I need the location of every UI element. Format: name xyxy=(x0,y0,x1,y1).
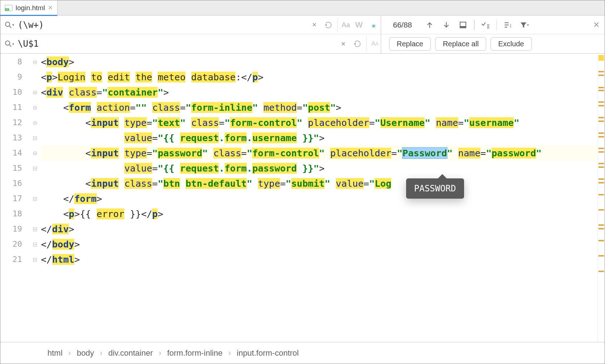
replace-input[interactable] xyxy=(18,39,332,49)
code-line[interactable]: <input class="btn btn-default" type="sub… xyxy=(41,176,597,191)
marker[interactable] xyxy=(598,87,604,88)
replace-all-button[interactable]: Replace all xyxy=(435,37,486,51)
exclude-button[interactable]: Exclude xyxy=(491,37,531,51)
marker[interactable] xyxy=(598,228,604,229)
prev-match-icon[interactable] xyxy=(424,19,435,31)
marker[interactable] xyxy=(598,271,604,272)
filter-icon[interactable]: ▾ xyxy=(518,19,530,31)
breadcrumb-item[interactable]: input.form-control xyxy=(237,348,299,358)
tab-bar: H login.html ✕ xyxy=(0,0,605,16)
fold-icon[interactable]: ⊖ xyxy=(29,54,41,69)
words-icon[interactable]: W xyxy=(352,18,366,32)
fold-icon[interactable]: ⊖ xyxy=(29,100,41,115)
line-number: 14 xyxy=(0,145,22,161)
code-line[interactable]: <body> xyxy=(41,54,597,69)
marker[interactable] xyxy=(598,132,604,134)
fold-icon[interactable]: ⊖ xyxy=(29,115,41,130)
marker[interactable] xyxy=(598,240,604,241)
svg-point-3 xyxy=(5,22,10,26)
svg-text:][: ][ xyxy=(487,23,490,29)
marker[interactable] xyxy=(598,117,604,118)
breadcrumb-item[interactable]: html xyxy=(47,348,63,358)
fold-icon[interactable]: ⊟ xyxy=(29,130,41,145)
match-case-icon[interactable]: Aa xyxy=(337,18,352,32)
replace-dropdown-icon[interactable]: ▾ xyxy=(5,40,14,47)
fold-icon[interactable]: ⊟ xyxy=(29,221,41,237)
svg-line-17 xyxy=(9,45,11,47)
line-number: 16 xyxy=(0,176,22,191)
line-number: 18 xyxy=(0,206,22,221)
marker[interactable] xyxy=(598,178,604,180)
breadcrumb-item[interactable]: form.form-inline xyxy=(167,348,222,358)
find-input[interactable] xyxy=(18,20,303,30)
code-line[interactable]: value="{{ request.form.username }}"> xyxy=(41,130,597,145)
code-line[interactable]: <div class="container"> xyxy=(41,85,597,100)
line-number: 15 xyxy=(0,161,22,176)
marker-bar[interactable] xyxy=(597,54,605,342)
marker[interactable] xyxy=(598,209,604,211)
fold-icon[interactable]: ⊖ xyxy=(29,145,41,161)
marker[interactable] xyxy=(598,151,604,153)
fold-icon[interactable]: ⊖ xyxy=(29,85,41,100)
marker[interactable] xyxy=(598,148,604,149)
code-line[interactable]: </div> xyxy=(41,221,597,237)
code-line[interactable]: <input type="password" class="form-contr… xyxy=(41,145,597,161)
marker[interactable] xyxy=(598,163,604,164)
marker[interactable] xyxy=(598,55,604,61)
marker[interactable] xyxy=(598,75,604,76)
multi-cursor-icon[interactable]: ][ xyxy=(480,19,491,31)
editor-tab[interactable]: H login.html ✕ xyxy=(0,0,58,15)
code-line[interactable]: </body> xyxy=(41,237,597,252)
regex-icon[interactable]: ⁎ xyxy=(366,18,381,32)
code-area[interactable]: <body> <p>Login to edit the meteo databa… xyxy=(41,54,597,342)
marker[interactable] xyxy=(598,101,604,103)
breadcrumb: html › body › div.container › form.form-… xyxy=(0,342,605,364)
find-in-selection-icon[interactable]: I xyxy=(502,19,513,31)
line-number: 21 xyxy=(0,252,22,267)
match-count: 66/88 xyxy=(386,21,419,29)
preserve-case-icon[interactable]: AA xyxy=(366,37,381,51)
next-match-icon[interactable] xyxy=(441,19,452,31)
fold-icon[interactable]: ⊟ xyxy=(29,161,41,176)
code-line[interactable]: </html> xyxy=(41,252,597,267)
marker[interactable] xyxy=(598,194,604,195)
fold-icon[interactable]: ⊟ xyxy=(29,252,41,267)
line-number: 20 xyxy=(0,237,22,252)
search-icon[interactable]: ▾ xyxy=(5,21,14,29)
find-replace-panel: ▾ ✕ Aa W ⁎ 66/88 xyxy=(0,16,605,54)
fold-icon[interactable]: ⊟ xyxy=(29,237,41,252)
svg-text:I: I xyxy=(510,24,511,29)
tab-label: login.html xyxy=(16,4,45,12)
breadcrumb-item[interactable]: body xyxy=(77,348,94,358)
code-line[interactable]: <form action="" class="form-inline" meth… xyxy=(41,100,597,115)
history-icon[interactable] xyxy=(321,18,336,32)
clear-replace-icon[interactable]: ✕ xyxy=(336,37,350,51)
chevron-right-icon: › xyxy=(68,348,71,358)
chevron-right-icon: › xyxy=(228,348,231,358)
svg-marker-15 xyxy=(521,22,526,28)
marker[interactable] xyxy=(598,136,604,137)
editor[interactable]: 8 9 10 11 12 13 14 15 16 17 18 19 20 21 … xyxy=(0,54,605,342)
code-line[interactable]: value="{{ request.form.password }}"> xyxy=(41,161,597,176)
marker[interactable] xyxy=(598,182,604,183)
marker[interactable] xyxy=(598,105,604,106)
code-line[interactable]: <p>Login to edit the meteo database:</p> xyxy=(41,69,597,85)
marker[interactable] xyxy=(598,166,604,168)
close-panel-icon[interactable]: ✕ xyxy=(593,20,600,30)
breadcrumb-item[interactable]: div.container xyxy=(108,348,153,358)
fold-icon[interactable]: ⊟ xyxy=(29,191,41,206)
close-icon[interactable]: ✕ xyxy=(48,4,53,12)
marker[interactable] xyxy=(598,255,604,257)
fold-column: ⊖ ⊖ ⊖ ⊖ ⊟ ⊖ ⊟ ⊟ ⊟ ⊟ ⊟ xyxy=(29,54,41,342)
replace-button[interactable]: Replace xyxy=(389,37,431,51)
code-line[interactable]: <p>{{ error }}</p> xyxy=(41,206,597,221)
clear-find-icon[interactable]: ✕ xyxy=(307,18,321,32)
marker[interactable] xyxy=(598,120,604,122)
marker[interactable] xyxy=(598,71,604,72)
replace-history-icon[interactable] xyxy=(350,37,365,51)
marker[interactable] xyxy=(598,224,604,226)
code-line[interactable]: <input type="text" class="form-control" … xyxy=(41,115,597,130)
select-all-icon[interactable] xyxy=(457,19,469,31)
marker[interactable] xyxy=(598,90,604,91)
code-line[interactable]: </form> xyxy=(41,191,597,206)
